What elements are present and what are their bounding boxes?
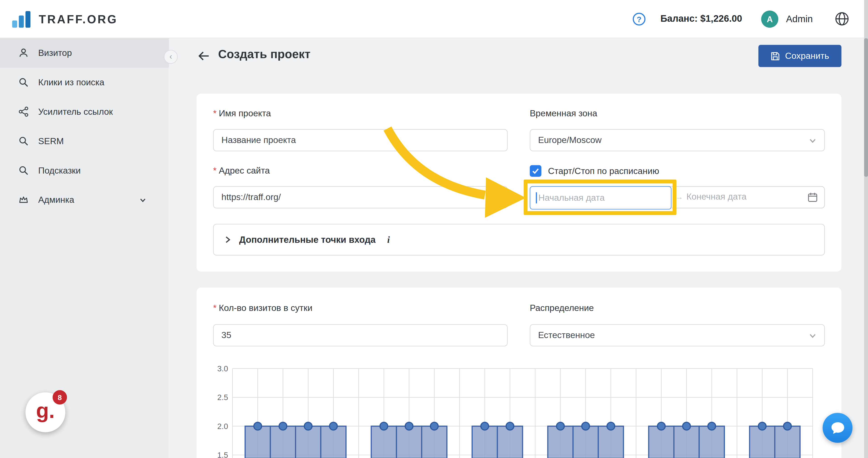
svg-text:1.5: 1.5 [217,451,228,458]
user-name[interactable]: Admin [786,14,813,25]
chevron-down-icon [809,137,816,145]
sidebar-item-search-clicks[interactable]: Клики из поиска [0,68,169,97]
svg-text:2.5: 2.5 [217,393,228,402]
crown-icon [18,195,29,205]
sidebar-item-link-booster[interactable]: Усилитель ссылок [0,97,169,126]
g-logo-text: g. [36,399,55,423]
chevron-down-icon [809,332,816,340]
end-date-input[interactable]: Конечная дата [686,192,747,202]
sidebar-item-label: SERM [38,136,64,146]
project-name-input[interactable] [213,129,508,151]
chevron-right-icon [223,235,232,244]
sidebar-collapse-button[interactable]: ‹ [164,50,178,64]
entry-points-label: Дополнительные точки входа [239,234,376,245]
svg-text:3.0: 3.0 [217,364,228,373]
scrollbar-thumb[interactable] [864,38,868,177]
save-button-label: Сохранить [785,51,829,61]
share-icon [18,106,29,117]
calendar-icon[interactable] [808,192,817,202]
timezone-select[interactable]: Europe/Moscow [530,129,825,151]
chat-button[interactable] [823,413,852,442]
distribution-value: Естественное [538,331,595,340]
sidebar: Визитор Клики из поиска Усилитель ссылок [0,38,169,458]
balance-text: Баланс: $1,226.00 [660,13,742,24]
chat-bubble-icon [830,421,845,435]
project-name-label: *Имя проекта [213,109,271,119]
sidebar-item-label: Клики из поиска [38,77,104,87]
timezone-label: Временная зона [530,109,597,119]
sidebar-item-label: Подсказки [38,165,81,175]
save-floppy-icon [771,51,780,61]
site-address-label: *Адрес сайта [213,166,270,176]
sidebar-item-admin[interactable]: Админка [0,185,169,214]
schedule-checkbox-label: Старт/Стоп по расписанию [548,166,659,176]
svg-text:2.0: 2.0 [217,422,228,431]
sidebar-item-label: Усилитель ссылок [38,107,113,117]
search-icon [18,136,29,146]
top-bar: TRAFF.ORG ? Баланс: $1,226.00 A Admin [0,0,868,38]
info-icon[interactable]: i [387,234,390,245]
visits-per-day-label: *Кол-во визитов в сутки [213,303,312,313]
sidebar-item-hints[interactable]: Подсказки [0,156,169,185]
required-marker: * [213,166,217,175]
distribution-select[interactable]: Естественное [530,324,825,346]
help-glyph: ? [637,15,642,24]
help-icon[interactable]: ? [633,13,645,25]
visits-per-day-input[interactable] [213,324,508,346]
sidebar-item-visitor[interactable]: Визитор [0,38,169,68]
schedule-checkbox[interactable] [530,165,541,177]
g-logo-badge: 8 [53,390,67,405]
brand-name: TRAFF.ORG [39,12,118,26]
user-icon [18,48,29,58]
sidebar-item-label: Визитор [38,48,72,58]
avatar[interactable]: A [761,11,778,28]
language-globe-icon[interactable] [835,11,849,26]
entry-points-expander[interactable]: Дополнительные точки входа i [213,224,825,256]
visits-distribution-chart: 3.02.52.01.5 [205,360,822,458]
save-button[interactable]: Сохранить [758,45,841,67]
checkmark-icon [531,167,540,175]
app-window: TRAFF.ORG ? Баланс: $1,226.00 A Admin Ви… [0,0,868,458]
search-icon [18,77,29,88]
bar-chart-logo-icon [12,11,31,27]
search-icon [18,165,29,176]
annotation-highlight-box [524,179,677,215]
required-marker: * [213,303,217,313]
date-range-separator: → [675,192,683,201]
brand-logo[interactable]: TRAFF.ORG [12,0,118,38]
timezone-value: Europe/Moscow [538,135,601,145]
chevron-down-icon [139,196,147,204]
site-address-input[interactable] [213,186,508,208]
sidebar-item-label: Админка [38,195,74,205]
back-arrow-button[interactable] [197,49,211,63]
page-title: Создать проект [218,48,311,61]
sidebar-item-serm[interactable]: SERM [0,126,169,156]
required-marker: * [213,109,217,118]
distribution-label: Распределение [530,303,594,313]
scrollbar-track[interactable] [864,0,868,458]
